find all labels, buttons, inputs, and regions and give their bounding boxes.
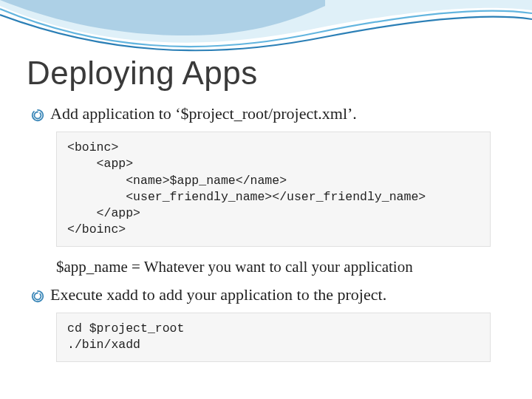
bullet-2-text: Execute xadd to add your application to …	[50, 284, 386, 305]
swirl-bullet-icon	[31, 109, 44, 122]
code-block-xadd: cd $project_root ./bin/xadd	[56, 313, 491, 362]
bullet-2: Execute xadd to add your application to …	[31, 284, 505, 305]
bullet-1-text: Add application to ‘$project_root/projec…	[50, 103, 357, 124]
app-name-note: $app_name = Whatever you want to call yo…	[56, 257, 491, 277]
slide-title: Deploying Apps	[27, 55, 505, 92]
bullet-1: Add application to ‘$project_root/projec…	[31, 103, 505, 124]
slide-body: Deploying Apps Add application to ‘$proj…	[0, 0, 532, 387]
code-block-project-xml: <boinc> <app> <name>$app_name</name> <us…	[56, 132, 491, 247]
swirl-bullet-icon	[31, 290, 44, 303]
